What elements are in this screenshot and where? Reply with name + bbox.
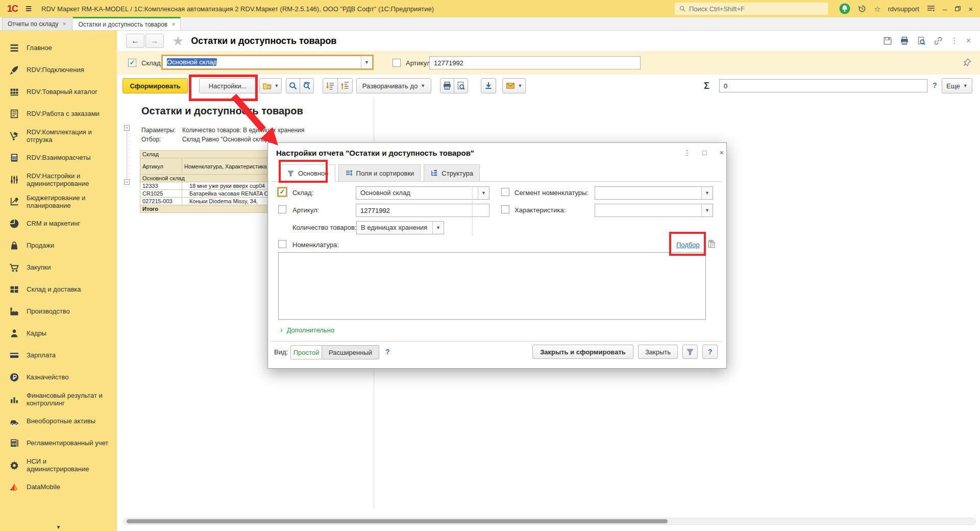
sidebar-item[interactable]: Производство	[0, 300, 117, 322]
sidebar-item[interactable]: Главное	[0, 37, 117, 59]
print-icon[interactable]	[900, 36, 909, 45]
sidebar-item[interactable]: RDV:Работа с заказами	[0, 103, 117, 125]
dialog-nomenclature-checkbox[interactable]	[278, 240, 286, 248]
generate-button[interactable]: Сформировать	[122, 78, 188, 93]
favorites-star-icon[interactable]: ☆	[874, 5, 880, 13]
tab-close-icon[interactable]: ×	[62, 20, 66, 28]
report-variants-button[interactable]: ▼	[259, 78, 282, 93]
additional-expander[interactable]: › Дополнительно	[280, 326, 334, 334]
sidebar-item[interactable]: Кадры	[0, 322, 117, 344]
view-simple-button[interactable]: Простой	[290, 345, 322, 359]
dialog-segment-combo[interactable]: ▼	[595, 186, 713, 200]
sidebar-item[interactable]: CRM и маркетинг	[0, 212, 117, 234]
sidebar-item[interactable]: Склад и доставка	[0, 278, 117, 300]
sidebar-scroll-down-icon[interactable]: ▼	[0, 524, 117, 530]
warehouse-filter-checkbox[interactable]	[128, 59, 136, 67]
history-icon[interactable]	[857, 4, 867, 13]
sidebar-item[interactable]: RDV:Настройки и администрирование	[0, 168, 117, 190]
window-tab[interactable]: Отчеты по складу×	[2, 17, 71, 30]
close-button[interactable]: Закрыть	[638, 345, 678, 359]
sidebar-item[interactable]: НСИ и администрирование	[0, 454, 117, 476]
dialog-characteristic-checkbox[interactable]	[501, 205, 509, 213]
help-link[interactable]: ?	[933, 81, 937, 89]
dialog-tab[interactable]: Поля и сортировки	[338, 164, 421, 181]
dialog-article-checkbox[interactable]	[278, 205, 286, 213]
main-menu-icon[interactable]	[24, 5, 33, 12]
paste-clipboard-icon[interactable]	[707, 239, 716, 249]
article-filter-input[interactable]	[429, 56, 641, 69]
sum-field[interactable]	[719, 79, 927, 92]
collapse-group-icon[interactable]: −	[124, 179, 130, 185]
notifications-bell-icon[interactable]	[839, 3, 850, 14]
dialog-article-input[interactable]	[356, 204, 489, 217]
dialog-characteristic-dropdown-icon[interactable]: ▼	[701, 204, 713, 216]
sidebar-item[interactable]: RDV:Взаиморасчеты	[0, 147, 117, 168]
sidebar-item[interactable]: Зарплата	[0, 344, 117, 366]
dialog-segment-dropdown-icon[interactable]: ▼	[701, 187, 713, 199]
sidebar-item[interactable]: Внеоборотные активы	[0, 410, 117, 432]
dialog-close-icon[interactable]: ×	[715, 147, 728, 158]
close-report-icon[interactable]: ×	[966, 37, 971, 45]
favorite-star-icon[interactable]: ★	[172, 34, 184, 47]
article-filter-checkbox[interactable]	[393, 59, 401, 67]
sidebar-item[interactable]: Финансовый результат и контроллинг	[0, 388, 117, 410]
minimize-icon[interactable]: –	[943, 5, 947, 13]
sidebar-item[interactable]: RDV:Комплектация и отгрузка	[0, 125, 117, 147]
sidebar-item[interactable]: RDV:Подключения	[0, 59, 117, 81]
dialog-segment-checkbox[interactable]	[501, 188, 509, 196]
dialog-warehouse-dropdown-icon[interactable]: ▼	[478, 187, 489, 199]
tab-close-icon[interactable]: ×	[172, 21, 175, 28]
back-button[interactable]: ←	[126, 34, 144, 48]
pin-icon[interactable]	[963, 58, 972, 67]
collapse-rows-button[interactable]	[337, 78, 353, 93]
sidebar-item[interactable]: Продажи	[0, 234, 117, 256]
cancel-search-button[interactable]	[300, 78, 314, 93]
dialog-quantity-dropdown-icon[interactable]: ▼	[432, 222, 444, 234]
sidebar-item[interactable]: Закупки	[0, 256, 117, 278]
dialog-tab[interactable]: Структура	[424, 164, 480, 181]
print-preview-button[interactable]	[454, 78, 468, 93]
dialog-warehouse-checkbox[interactable]	[278, 188, 286, 196]
close-and-generate-button[interactable]: Закрыть и сформировать	[532, 345, 633, 359]
restore-window-icon[interactable]	[954, 5, 961, 12]
sidebar-item[interactable]: Регламентированный учет	[0, 432, 117, 454]
dialog-more-dots-icon[interactable]: ⋮	[680, 147, 694, 158]
warehouse-dropdown-icon[interactable]: ▼	[361, 56, 372, 68]
expand-rows-button[interactable]	[323, 78, 338, 93]
link-icon[interactable]	[934, 36, 943, 45]
forward-button[interactable]: →	[145, 34, 164, 48]
view-advanced-button[interactable]: Расширенный	[322, 345, 379, 359]
close-window-icon[interactable]: ×	[968, 5, 973, 13]
print-button[interactable]	[440, 78, 454, 93]
nomenclature-list[interactable]	[278, 252, 706, 320]
more-button[interactable]: Еще▼	[942, 78, 972, 93]
horizontal-scrollbar[interactable]	[123, 518, 976, 525]
window-tab[interactable]: Остатки и доступность товаров×	[72, 17, 181, 30]
scrollbar-thumb[interactable]	[127, 519, 668, 523]
filter-settings-button[interactable]	[682, 345, 698, 359]
dialog-help-button[interactable]: ?	[702, 345, 718, 359]
sidebar-item[interactable]: Казначейство	[0, 366, 117, 388]
send-mail-button[interactable]: ▼	[502, 78, 526, 93]
sidebar-item[interactable]: RDV:Товарный каталог	[0, 81, 117, 103]
print-preview-icon[interactable]	[917, 36, 926, 45]
podbor-link[interactable]: Подбор	[676, 241, 700, 249]
dialog-tab[interactable]: Основное	[280, 164, 335, 182]
collapse-group-icon[interactable]: −	[124, 125, 130, 131]
dialog-quantity-combo[interactable]: В единицах хранения ▼	[356, 221, 444, 234]
sidebar-item[interactable]: Бюджетирование и планирование	[0, 190, 117, 212]
dialog-characteristic-combo[interactable]: ▼	[595, 204, 713, 217]
settings-button[interactable]: Настройки...	[199, 78, 256, 93]
expand-to-button[interactable]: Разворачивать до▼	[356, 78, 431, 93]
current-user[interactable]: rdvsupport	[888, 5, 919, 13]
warehouse-filter-combo[interactable]: Основной склад ▼	[162, 56, 373, 69]
more-dots-icon[interactable]: ⋮	[950, 37, 959, 45]
service-menu-icon[interactable]	[926, 5, 936, 13]
global-search-input[interactable]	[689, 5, 817, 13]
find-button[interactable]	[286, 78, 300, 93]
save-icon[interactable]	[883, 36, 892, 45]
download-button[interactable]	[481, 78, 496, 93]
sidebar-item[interactable]: DataMobile	[0, 476, 117, 498]
dialog-maximize-icon[interactable]: □	[698, 147, 711, 158]
global-search[interactable]	[675, 3, 828, 15]
